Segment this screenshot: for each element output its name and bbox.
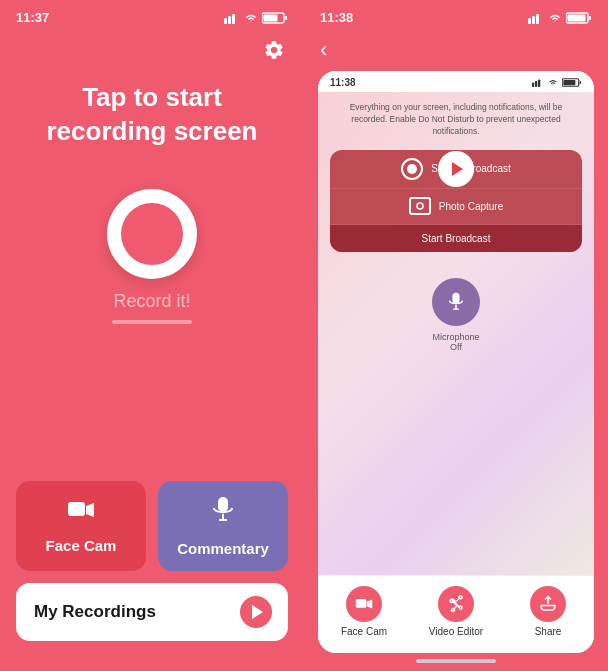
mic-icon <box>448 292 464 312</box>
svg-rect-15 <box>589 16 591 20</box>
back-button[interactable]: ‹ <box>304 29 608 71</box>
svg-rect-2 <box>232 14 235 24</box>
play-triangle-icon <box>252 605 263 619</box>
tab-video-editor-label: Video Editor <box>429 626 483 637</box>
broadcast-panel: Screen Broadcast Photo Capture <box>330 150 582 252</box>
scissors-icon <box>447 595 465 613</box>
start-broadcast-label: Start Broadcast <box>422 233 491 244</box>
microphone-section: MicrophoneOff <box>432 278 480 352</box>
svg-rect-4 <box>264 14 278 21</box>
inner-phone: 11:38 Everything <box>318 71 594 653</box>
status-icons-left <box>224 12 288 24</box>
bottom-section: Face Cam Commentary My Recordings <box>16 481 288 641</box>
face-cam-tab-icon <box>346 586 382 622</box>
play-circle <box>240 596 272 628</box>
record-indicator <box>401 158 423 180</box>
inner-battery-icon <box>562 78 582 87</box>
microphone-icon <box>212 496 234 524</box>
svg-rect-14 <box>568 14 586 21</box>
microphone-label: MicrophoneOff <box>432 332 479 352</box>
inner-time: 11:38 <box>330 77 356 88</box>
battery-icon-right <box>566 12 592 24</box>
video-camera-icon <box>67 499 95 521</box>
tap-title: Tap to start recording screen <box>0 81 304 149</box>
share-icon <box>539 595 557 613</box>
svg-rect-11 <box>532 16 535 24</box>
inner-content: Everything on your screen, including not… <box>318 92 594 575</box>
inner-status-bar: 11:38 <box>318 71 594 92</box>
time-right: 11:38 <box>320 10 353 25</box>
svg-point-22 <box>417 203 423 209</box>
svg-rect-12 <box>536 14 539 24</box>
status-bar-right: 11:38 <box>304 0 608 29</box>
microphone-button[interactable] <box>432 278 480 326</box>
svg-rect-5 <box>285 16 287 20</box>
video-cam-icon <box>355 597 373 611</box>
svg-rect-21 <box>580 81 582 84</box>
wifi-icon <box>244 12 258 24</box>
battery-icon <box>262 12 288 24</box>
svg-rect-23 <box>452 292 459 303</box>
gear-icon <box>263 39 285 61</box>
camera-lens-icon <box>415 202 425 210</box>
record-button-area: Record it! <box>107 189 197 312</box>
face-cam-label: Face Cam <box>46 537 117 554</box>
svg-rect-7 <box>218 497 228 512</box>
record-button-inner <box>121 203 183 265</box>
status-icons-right <box>528 12 592 24</box>
cam-buttons: Face Cam Commentary <box>16 481 288 571</box>
bottom-tab-bar: Face Cam Video Editor Share <box>318 575 594 653</box>
wifi-icon-right <box>548 12 562 24</box>
signal-icon <box>224 12 240 24</box>
screen-broadcast-row[interactable]: Screen Broadcast <box>330 150 582 189</box>
tab-share-label: Share <box>535 626 562 637</box>
signal-icon-right <box>528 12 544 24</box>
svg-rect-1 <box>228 16 231 24</box>
my-recordings-text: My Recordings <box>34 602 156 622</box>
inner-signal-icon <box>532 78 544 87</box>
commentary-button[interactable]: Commentary <box>158 481 288 571</box>
time-left: 11:37 <box>16 10 49 25</box>
face-cam-icon <box>67 499 95 527</box>
inner-wifi-icon <box>547 78 559 87</box>
record-button[interactable] <box>107 189 197 279</box>
gear-button[interactable] <box>260 36 288 64</box>
left-screen: 11:37 Tap to start recording screen <box>0 0 304 671</box>
svg-rect-18 <box>538 80 540 88</box>
right-screen: 11:38 ‹ 11:38 <box>304 0 608 671</box>
home-indicator-left <box>112 320 192 324</box>
video-editor-tab-icon <box>438 586 474 622</box>
record-label: Record it! <box>113 291 190 312</box>
play-button-center[interactable] <box>438 151 474 187</box>
inner-notification-text: Everything on your screen, including not… <box>330 102 582 138</box>
inner-status-icons <box>532 78 582 87</box>
tab-share[interactable]: Share <box>502 586 594 637</box>
svg-rect-20 <box>563 80 575 85</box>
home-indicator-right <box>416 659 496 663</box>
play-triangle-small <box>452 162 463 176</box>
svg-rect-10 <box>528 18 531 24</box>
start-broadcast-row[interactable]: Start Broadcast <box>330 225 582 252</box>
svg-rect-6 <box>68 502 85 516</box>
status-bar-left: 11:37 <box>0 0 304 29</box>
record-dot <box>407 164 417 174</box>
photo-capture-row[interactable]: Photo Capture <box>330 189 582 225</box>
photo-capture-label: Photo Capture <box>439 201 504 212</box>
my-recordings-button[interactable]: My Recordings <box>16 583 288 641</box>
share-tab-icon <box>530 586 566 622</box>
camera-icon-small <box>409 197 431 215</box>
commentary-icon <box>212 496 234 530</box>
tab-video-editor[interactable]: Video Editor <box>410 586 502 637</box>
svg-rect-26 <box>356 599 367 608</box>
svg-rect-16 <box>532 83 534 88</box>
tab-face-cam-label: Face Cam <box>341 626 387 637</box>
commentary-label: Commentary <box>177 540 269 557</box>
face-cam-button[interactable]: Face Cam <box>16 481 146 571</box>
tab-face-cam[interactable]: Face Cam <box>318 586 410 637</box>
svg-rect-17 <box>535 81 537 87</box>
svg-rect-0 <box>224 18 227 24</box>
